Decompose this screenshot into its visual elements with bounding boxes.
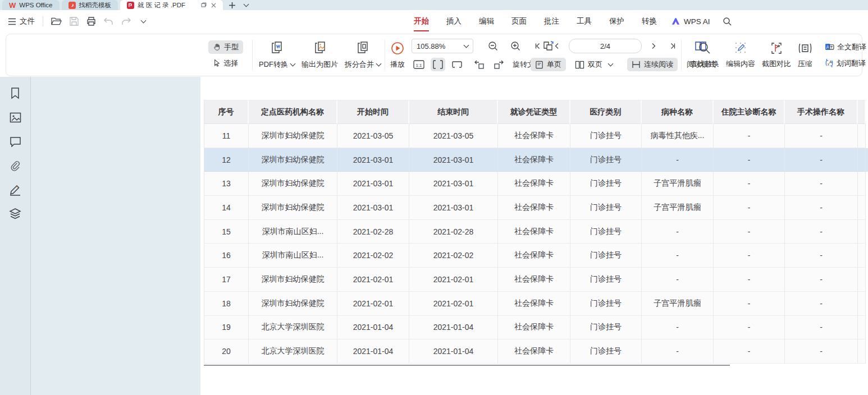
table-cell: - — [714, 292, 785, 316]
attachment-icon[interactable] — [8, 158, 22, 173]
menu-item-1[interactable]: 插入 — [445, 15, 463, 27]
word-translate-button[interactable]: xA 划词翻译 — [820, 57, 868, 70]
table-cell: - — [714, 339, 785, 364]
table-cell — [866, 316, 868, 340]
continuous-read-button[interactable]: 连续阅读 — [627, 58, 678, 71]
full-translate-button[interactable]: A 全文翻译 — [820, 40, 868, 54]
table-cell: 社会保障卡 — [498, 196, 570, 220]
fit-page-button[interactable] — [450, 58, 464, 71]
menu-item-3[interactable]: 页面 — [510, 15, 528, 27]
tab-wps-office-label: WPS Office — [19, 2, 52, 8]
tab-close-icon[interactable] — [211, 3, 216, 8]
menu-item-7[interactable]: 转换 — [641, 15, 658, 27]
table-bottom-border — [204, 365, 730, 366]
table-cell: 北京大学深圳医院 — [249, 316, 337, 340]
table-cell: 2021-02-02 — [409, 244, 498, 268]
tab-list-chevron-icon[interactable] — [244, 2, 249, 7]
menu-item-4[interactable]: 批注 — [543, 15, 560, 27]
find-replace-label: 查找替换 — [690, 59, 719, 69]
table-cell: 门诊挂号 — [570, 172, 642, 196]
table-cell: 社会保障卡 — [498, 244, 570, 268]
menu-item-2[interactable]: 编辑 — [478, 15, 495, 27]
menu-bar: 文件 开始插入编辑页面批注工具保护转换 — [0, 10, 868, 33]
select-tool-button[interactable]: 选择 — [208, 57, 243, 70]
single-page-button[interactable]: 单页 — [531, 58, 566, 71]
tab-docer-templates[interactable]: 找稻壳模板 — [62, 0, 118, 10]
thumbnail-icon[interactable] — [8, 110, 22, 125]
zoom-in-button[interactable] — [508, 39, 523, 53]
compress-button[interactable]: 压缩 — [794, 34, 816, 76]
tab-wps-office[interactable]: W WPS Office — [2, 0, 60, 10]
split-merge-button[interactable]: 拆分合并 — [341, 34, 384, 76]
table-cell: 子宫平滑肌瘤 — [642, 196, 714, 220]
redo-button[interactable] — [121, 17, 131, 25]
left-tool-strip — [0, 77, 31, 395]
play-button[interactable]: 播放 — [387, 34, 408, 76]
menu-item-5[interactable]: 工具 — [575, 15, 593, 27]
next-page-button[interactable] — [646, 39, 661, 53]
comment-icon[interactable] — [8, 134, 22, 149]
zoom-out-button[interactable] — [486, 39, 500, 53]
table-cell — [858, 196, 866, 220]
compress-icon — [798, 42, 812, 55]
hand-tool-button[interactable]: 手型 — [208, 40, 243, 54]
first-page-button[interactable] — [531, 39, 545, 53]
last-page-button[interactable] — [665, 39, 680, 53]
table-cell: - — [642, 268, 714, 292]
table-cell: 2021-02-01 — [409, 268, 498, 292]
edit-content-button[interactable]: 编辑内容 — [723, 34, 759, 76]
quick-access-chevron-icon[interactable] — [141, 18, 147, 24]
save-button[interactable] — [70, 17, 79, 26]
menu-item-0[interactable]: 开始 — [413, 15, 430, 27]
table-cell — [858, 172, 866, 196]
bookmark-icon[interactable] — [8, 86, 22, 100]
table-cell: - — [714, 244, 785, 268]
compress-label: 压缩 — [798, 59, 812, 69]
tab-restore-icon[interactable] — [201, 2, 207, 8]
continuous-read-label: 连续阅读 — [644, 59, 673, 70]
table-cell — [866, 196, 868, 220]
layers-icon[interactable] — [8, 206, 22, 221]
open-file-button[interactable] — [51, 17, 62, 26]
hamburger-icon — [8, 18, 16, 25]
undo-button[interactable] — [104, 17, 113, 25]
search-icon[interactable] — [723, 17, 732, 26]
rotate-left-button[interactable] — [472, 58, 487, 71]
export-image-button[interactable]: 输出为图片 — [298, 34, 341, 76]
double-page-button[interactable]: 双页 — [570, 58, 617, 71]
page-number-input[interactable]: 2/4 — [569, 39, 642, 53]
previous-page-button[interactable] — [550, 39, 564, 53]
actual-size-button[interactable]: 1:1 — [412, 58, 426, 71]
single-page-label: 单页 — [547, 59, 561, 70]
rotate-right-button[interactable] — [491, 58, 506, 71]
table-cell: 子宫平滑肌瘤 — [642, 292, 714, 316]
table-cell: 12 — [204, 148, 249, 172]
find-replace-button[interactable]: 查找替换 — [687, 34, 723, 76]
table-cell: 2021-02-01 — [337, 292, 409, 316]
print-button[interactable] — [86, 17, 96, 26]
pdf-convert-button[interactable]: PDF转换 — [255, 34, 298, 76]
table-cell: 深圳市妇幼保健院 — [249, 148, 337, 172]
table-cell: 深圳市妇幼保健院 — [249, 268, 337, 292]
table-cell: 16 — [204, 244, 249, 268]
single-page-icon — [535, 61, 543, 69]
split-merge-icon — [355, 41, 370, 56]
wps-ai-button[interactable]: WPS AI — [671, 17, 710, 26]
word-translate-label: 划词翻译 — [837, 58, 866, 68]
table-cell: - — [714, 268, 785, 292]
file-menu-button[interactable]: 文件 — [8, 16, 35, 26]
fit-width-button[interactable] — [431, 58, 445, 71]
continuous-read-icon — [632, 61, 641, 68]
chevron-down-icon — [608, 61, 614, 67]
tab-document[interactable]: 就 医 记 录 .PDF — [120, 0, 223, 10]
signature-icon[interactable] — [8, 182, 22, 197]
table-cell: - — [714, 148, 785, 172]
table-cell: - — [785, 196, 858, 220]
zoom-level-select[interactable]: 105.88% — [412, 39, 473, 53]
screenshot-compare-button[interactable]: 截图对比 — [759, 34, 794, 76]
table-header-cell: 医疗类别 — [570, 100, 642, 124]
menu-item-6[interactable]: 保护 — [608, 15, 625, 27]
document-page[interactable]: 序号定点医药机构名称开始时间结束时间就诊凭证类型医疗类别病种名称住院主诊断名称手… — [200, 77, 868, 395]
new-tab-button[interactable] — [229, 2, 236, 9]
table-cell: 社会保障卡 — [498, 148, 570, 172]
